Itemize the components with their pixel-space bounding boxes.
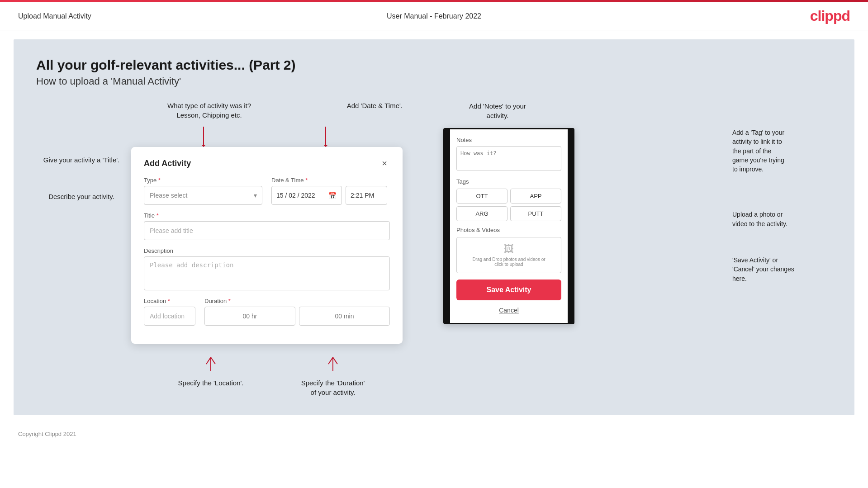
svg-line-9 (333, 357, 337, 364)
tag-arg[interactable]: ARG (456, 206, 508, 221)
type-callout: What type of activity was it? Lesson, Ch… (167, 101, 251, 120)
photo-callout: Upload a photo or video to the activity. (732, 210, 832, 228)
footer: Copyright Clippd 2021 (0, 424, 868, 444)
duration-hr-input[interactable] (204, 307, 295, 326)
top-bar: Upload Manual Activity User Manual - Feb… (0, 2, 868, 30)
page-title: Upload Manual Activity (18, 12, 91, 20)
svg-line-5 (206, 357, 211, 364)
main-content: All your golf-relevant activities... (Pa… (14, 39, 854, 415)
type-date-row: Type * Please select ▾ Date & Time (144, 177, 390, 205)
tags-grid: OTT APP ARG PUTT (456, 189, 561, 221)
phone-inner: Notes Tags OTT APP ARG PUTT Photos & Vid… (450, 129, 568, 323)
location-field-group: Location * (144, 298, 195, 326)
description-field-group: Description (144, 247, 390, 290)
type-select-wrapper: Please select ▾ (144, 186, 262, 205)
duration-field-group: Duration * (204, 298, 390, 326)
phone-left-bar (445, 129, 450, 323)
top-arrows-svg (131, 124, 403, 147)
dialog-area: What type of activity was it? Lesson, Ch… (131, 101, 412, 397)
add-activity-dialog: Add Activity × Type * Please select (131, 147, 403, 344)
location-label: Location * (144, 298, 195, 304)
upload-text: Drag and Drop photos and videos or click… (472, 257, 545, 267)
title-input[interactable] (144, 221, 390, 240)
right-side: Add 'Notes' to your activity. Notes (412, 101, 832, 324)
tag-app[interactable]: APP (510, 189, 561, 204)
tags-section-label: Tags (456, 178, 561, 185)
phone-mockup: Notes Tags OTT APP ARG PUTT Photos & Vid… (443, 128, 574, 324)
dialog-title: Add Activity (144, 159, 191, 168)
description-input[interactable] (144, 256, 390, 290)
logo: clippd (810, 8, 850, 24)
title-annotation: Give your activity a 'Title'. (36, 155, 127, 165)
tag-ott[interactable]: OTT (456, 189, 508, 204)
date-input[interactable] (276, 192, 326, 199)
description-annotation: Describe your activity. (36, 192, 127, 201)
main-subtitle: How to upload a 'Manual Activity' (36, 76, 832, 87)
close-dialog-button[interactable]: × (379, 158, 390, 169)
tag-callout: Add a 'Tag' to your activity to link it … (732, 128, 832, 174)
cancel-link[interactable]: Cancel (456, 305, 561, 316)
title-field-group: Title * (144, 212, 390, 240)
photos-section-label: Photos & Videos (456, 227, 561, 233)
location-input[interactable] (144, 307, 195, 326)
datetime-field-group: Date & Time * 📅 (271, 177, 390, 205)
location-duration-row: Location * Duration * (144, 298, 390, 326)
duration-label: Duration * (204, 298, 390, 304)
copyright: Copyright Clippd 2021 (18, 431, 76, 437)
phone-right-bar (568, 129, 573, 323)
photos-upload-area[interactable]: 🖼 Drag and Drop photos and videos or cli… (456, 237, 561, 273)
date-callout: Add 'Date & Time'. (347, 101, 403, 120)
svg-line-8 (328, 357, 333, 364)
duration-min-input[interactable] (299, 307, 390, 326)
svg-line-6 (211, 357, 215, 364)
tag-putt[interactable]: PUTT (510, 206, 561, 221)
title-label: Title * (144, 212, 390, 219)
manual-title: User Manual - February 2022 (387, 12, 481, 20)
upload-icon: 🖼 (504, 243, 514, 255)
notes-section-label: Notes (456, 137, 561, 143)
left-annotations: Give your activity a 'Title'. Describe y… (36, 101, 131, 228)
description-label: Description (144, 247, 390, 254)
time-input[interactable] (351, 192, 382, 199)
dialog-header: Add Activity × (144, 158, 390, 169)
save-callout: 'Save Activity' or 'Cancel' your changes… (732, 256, 832, 283)
type-field-group: Type * Please select ▾ (144, 177, 262, 205)
content-layout: Give your activity a 'Title'. Describe y… (36, 101, 832, 397)
save-activity-button[interactable]: Save Activity (456, 280, 561, 300)
duration-annotation: Specify the 'Duration' of your activity. (301, 357, 365, 397)
date-time-row: 📅 (271, 186, 390, 205)
datetime-label: Date & Time * (271, 177, 390, 184)
main-title: All your golf-relevant activities... (Pa… (36, 57, 832, 73)
right-callouts: Add a 'Tag' to your activity to link it … (732, 128, 832, 283)
type-select[interactable]: Please select (144, 186, 262, 205)
location-annotation: Specify the 'Location'. (178, 357, 244, 397)
calendar-icon: 📅 (328, 191, 337, 200)
duration-inputs (204, 307, 390, 326)
notes-textarea[interactable] (456, 146, 561, 171)
type-label: Type * (144, 177, 262, 184)
